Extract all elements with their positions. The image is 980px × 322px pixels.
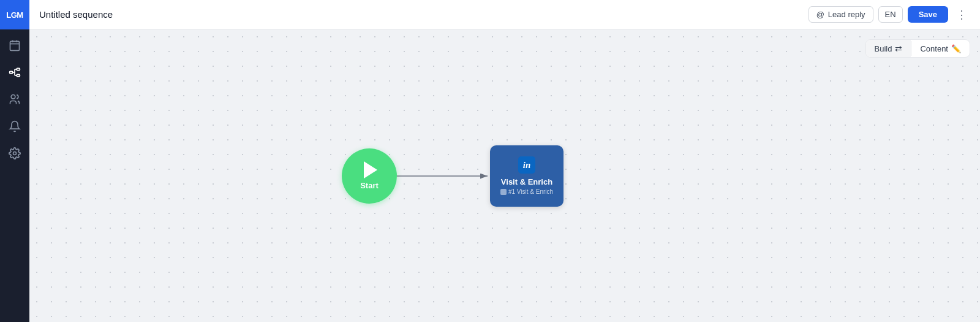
logo[interactable]: LGM xyxy=(0,0,29,29)
flow-canvas-container: Build ⇄ Content ✏️ Start xyxy=(29,29,980,322)
sidebar-item-diagram[interactable] xyxy=(2,61,27,86)
svg-rect-5 xyxy=(17,68,20,70)
language-button[interactable]: EN xyxy=(878,6,903,23)
flow-arrow xyxy=(397,170,492,182)
linkedin-node-subtitle: #1 Visit & Enrich xyxy=(500,188,553,195)
linkedin-sub-icon xyxy=(500,189,507,195)
save-button[interactable]: Save xyxy=(908,6,948,23)
svg-point-11 xyxy=(11,95,15,99)
linkedin-icon: in xyxy=(518,156,535,174)
svg-rect-6 xyxy=(17,74,20,76)
sidebar-item-users[interactable] xyxy=(2,88,27,113)
lead-reply-button[interactable]: @ Lead reply xyxy=(809,6,873,23)
bell-icon xyxy=(9,120,21,135)
settings-icon xyxy=(9,147,21,162)
lead-reply-label: Lead reply xyxy=(828,10,865,19)
play-icon xyxy=(364,161,377,178)
more-options-button[interactable]: ⋮ xyxy=(953,6,970,23)
page-title: Untitled sequence xyxy=(39,9,801,20)
sidebar-item-bell[interactable] xyxy=(2,115,27,140)
start-node[interactable]: Start xyxy=(342,148,397,204)
linkedin-node-subtitle-text: #1 Visit & Enrich xyxy=(508,188,553,195)
header-actions: @ Lead reply EN Save ⋮ xyxy=(809,6,970,23)
flow-diagram: Start in Visit & Enrich #1 V xyxy=(29,29,980,322)
sidebar: LGM xyxy=(0,0,29,322)
users-icon xyxy=(9,93,21,108)
header: Untitled sequence @ Lead reply EN Save ⋮ xyxy=(29,0,980,29)
svg-rect-4 xyxy=(10,71,13,73)
diagram-icon xyxy=(9,66,21,81)
sidebar-item-settings[interactable] xyxy=(2,142,27,167)
linkedin-node[interactable]: in Visit & Enrich #1 Visit & Enrich xyxy=(490,145,564,207)
main-area: Untitled sequence @ Lead reply EN Save ⋮… xyxy=(29,0,980,322)
start-node-label: Start xyxy=(360,181,379,190)
linkedin-node-title: Visit & Enrich xyxy=(501,177,552,186)
svg-rect-0 xyxy=(10,41,20,50)
sidebar-nav xyxy=(0,34,29,167)
calendar-icon xyxy=(9,39,21,54)
lead-reply-icon: @ xyxy=(816,10,824,19)
svg-point-12 xyxy=(13,152,17,155)
linkedin-in-text: in xyxy=(523,160,531,171)
sidebar-item-calendar[interactable] xyxy=(2,34,27,59)
